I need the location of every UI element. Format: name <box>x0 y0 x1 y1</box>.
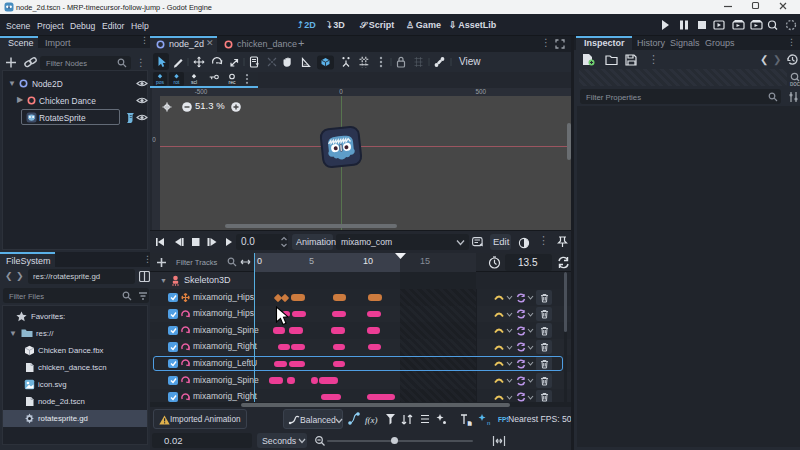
svg-text:rec: rec <box>229 79 236 85</box>
svg-text:n: n <box>487 420 490 426</box>
svg-text:scl: scl <box>191 79 197 85</box>
svg-text:f(x): f(x) <box>365 415 378 425</box>
svg-text:rot: rot <box>174 79 180 85</box>
svg-text:FPS: FPS <box>498 416 508 423</box>
svg-text:DOC: DOC <box>790 82 800 87</box>
svg-text:pos: pos <box>156 79 165 85</box>
svg-text:n: n <box>468 420 471 426</box>
